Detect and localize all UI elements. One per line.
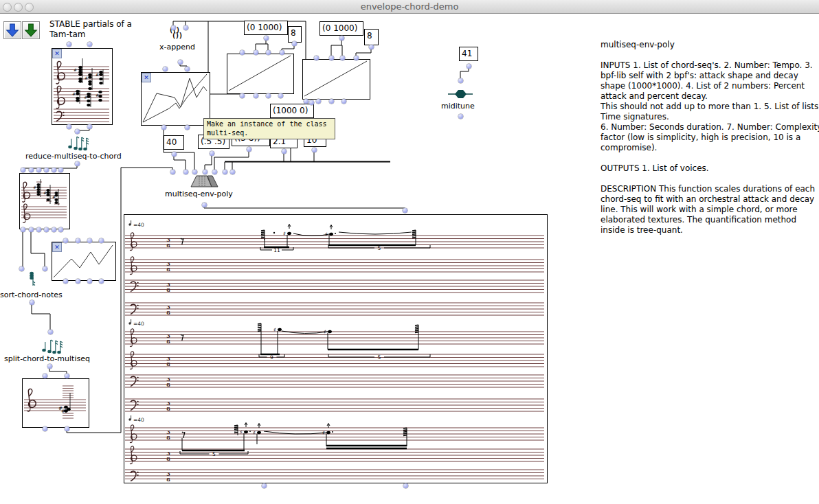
port[interactable] [48, 330, 53, 334]
port[interactable] [87, 124, 92, 129]
value-box-tempo[interactable]: 40 [164, 135, 184, 150]
port[interactable] [43, 374, 47, 378]
port[interactable] [403, 208, 407, 213]
port[interactable] [369, 45, 374, 49]
port[interactable] [264, 36, 269, 41]
miditune-label[interactable]: miditune [441, 102, 475, 111]
port[interactable] [240, 93, 245, 98]
split-chord-notes-icon[interactable] [41, 335, 65, 354]
port[interactable] [65, 426, 69, 431]
port[interactable] [341, 99, 346, 104]
port[interactable] [87, 238, 92, 243]
port[interactable] [458, 78, 463, 83]
value-box-eight-b[interactable]: 8 [364, 29, 379, 45]
port[interactable] [329, 99, 334, 104]
port[interactable] [183, 170, 188, 174]
port[interactable] [52, 168, 56, 172]
comment-text[interactable]: STABLE partials of a Tam-tam [49, 19, 140, 40]
port[interactable] [172, 152, 177, 157]
blue-down-arrow-button[interactable] [3, 21, 21, 39]
port[interactable] [76, 279, 80, 284]
bpf-attack-box[interactable] [227, 54, 294, 94]
port[interactable] [171, 25, 176, 30]
port[interactable] [87, 279, 92, 284]
port[interactable] [266, 50, 271, 55]
multiseq-env-poly-label[interactable]: multiseq-env-poly [165, 190, 233, 198]
port[interactable] [202, 203, 207, 207]
port[interactable] [230, 170, 235, 174]
port[interactable] [58, 168, 63, 172]
green-down-arrow-button[interactable] [22, 21, 40, 39]
bpf-decay-box[interactable] [302, 59, 370, 100]
port[interactable] [63, 238, 68, 243]
sort-chord-notes-label[interactable]: sort-chord-notes [0, 290, 63, 299]
port[interactable] [75, 161, 80, 166]
port[interactable] [192, 170, 197, 174]
port[interactable] [65, 374, 69, 378]
port[interactable] [467, 64, 471, 69]
blue-cross-icon[interactable]: ✕ [52, 242, 62, 252]
port[interactable] [309, 100, 314, 105]
value-box-range-a[interactable]: (0 1000) [244, 21, 288, 35]
sort-chord-icon[interactable] [27, 269, 37, 287]
port[interactable] [99, 238, 104, 243]
port[interactable] [36, 227, 41, 232]
x-append-label[interactable]: x-append [159, 43, 195, 51]
port[interactable] [203, 170, 207, 174]
port[interactable] [312, 148, 317, 152]
port[interactable] [161, 125, 166, 130]
port[interactable] [21, 168, 25, 172]
port[interactable] [44, 168, 49, 172]
port[interactable] [21, 227, 25, 232]
port[interactable] [29, 168, 34, 172]
bpf-lib-editor-box[interactable] [141, 72, 210, 126]
reduce-multiseq-to-chord-label[interactable]: reduce-multiseq-to-chord [25, 152, 122, 161]
port[interactable] [314, 56, 319, 60]
port[interactable] [185, 67, 190, 71]
port[interactable] [47, 364, 52, 369]
port[interactable] [52, 227, 56, 232]
port[interactable] [63, 279, 68, 284]
port[interactable] [458, 114, 463, 119]
poly-score-box[interactable]: =4038383838=4038383838=40383838♯11♯5♯9♯5… [124, 214, 548, 483]
port[interactable] [240, 50, 245, 55]
port[interactable] [67, 42, 71, 47]
port[interactable] [278, 93, 283, 98]
port[interactable] [44, 227, 49, 232]
value-box-range-b[interactable]: (0 1000) [319, 21, 363, 36]
port[interactable] [76, 238, 80, 243]
port[interactable] [210, 151, 214, 156]
port[interactable] [58, 227, 63, 232]
port[interactable] [212, 170, 217, 174]
port[interactable] [292, 41, 297, 46]
port[interactable] [19, 266, 24, 271]
port[interactable] [339, 36, 344, 41]
port[interactable] [304, 99, 308, 104]
port[interactable] [403, 483, 408, 488]
port[interactable] [266, 93, 271, 98]
port[interactable] [254, 50, 258, 55]
port[interactable] [185, 125, 190, 130]
port[interactable] [75, 129, 80, 134]
port[interactable] [99, 279, 104, 284]
port[interactable] [354, 56, 359, 60]
port[interactable] [67, 124, 71, 129]
value-box-env-points[interactable]: (1000 0) [270, 104, 314, 118]
port[interactable] [43, 426, 47, 431]
port[interactable] [247, 147, 251, 152]
port[interactable] [170, 170, 175, 174]
multiseq-env-poly-icon[interactable] [190, 175, 219, 187]
port[interactable] [340, 56, 345, 60]
port[interactable] [282, 149, 287, 154]
miditune-icon[interactable] [448, 89, 473, 100]
port[interactable] [183, 25, 188, 30]
port[interactable] [163, 67, 168, 71]
port[interactable] [280, 50, 284, 55]
chordseq-miniview-box[interactable]: ### [19, 173, 70, 229]
port[interactable] [43, 266, 47, 271]
port[interactable] [29, 227, 34, 232]
port[interactable] [329, 56, 334, 60]
reduce-multiseq-notes-icon[interactable] [67, 132, 91, 151]
chord-miniview-box[interactable]: ## [22, 378, 89, 428]
value-box-midi[interactable]: 41 [459, 47, 478, 61]
